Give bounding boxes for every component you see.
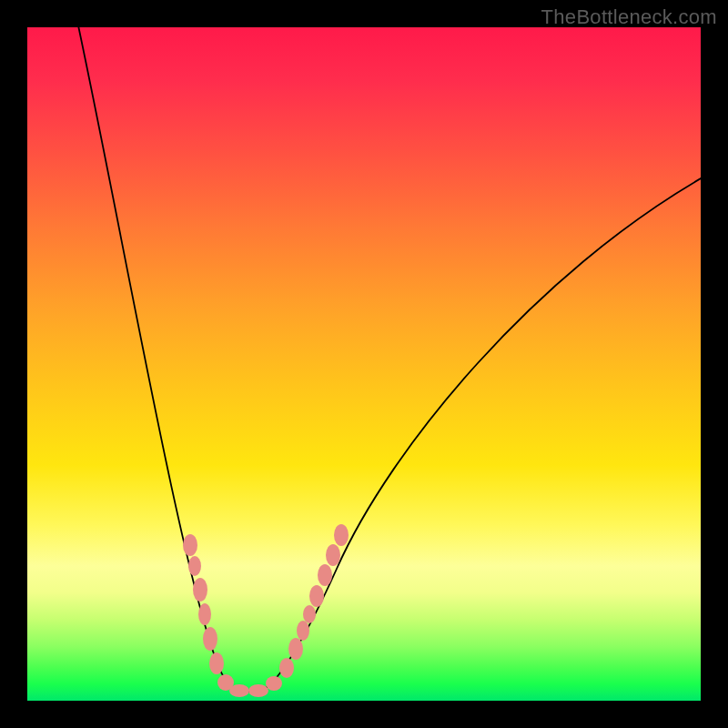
scatter-dots-group [183, 524, 349, 697]
bottleneck-curve [73, 27, 701, 692]
watermark-text: TheBottleneck.com [541, 5, 717, 29]
scatter-dot [303, 605, 316, 623]
scatter-dot [229, 684, 249, 697]
scatter-dot [198, 603, 211, 625]
scatter-dot [309, 585, 324, 607]
scatter-dot [193, 578, 207, 602]
scatter-dot [203, 627, 217, 651]
scatter-dot [266, 676, 282, 691]
scatter-dot [297, 621, 309, 641]
chart-svg [27, 27, 701, 701]
scatter-dot [279, 658, 294, 678]
plot-area [27, 27, 701, 701]
scatter-dot [288, 638, 303, 660]
scatter-dot [188, 556, 201, 576]
scatter-dot [248, 684, 268, 697]
scatter-dot [318, 564, 332, 586]
scatter-dot [209, 652, 224, 674]
scatter-dot [334, 524, 349, 546]
scatter-dot [326, 544, 340, 566]
scatter-dot [183, 534, 197, 556]
